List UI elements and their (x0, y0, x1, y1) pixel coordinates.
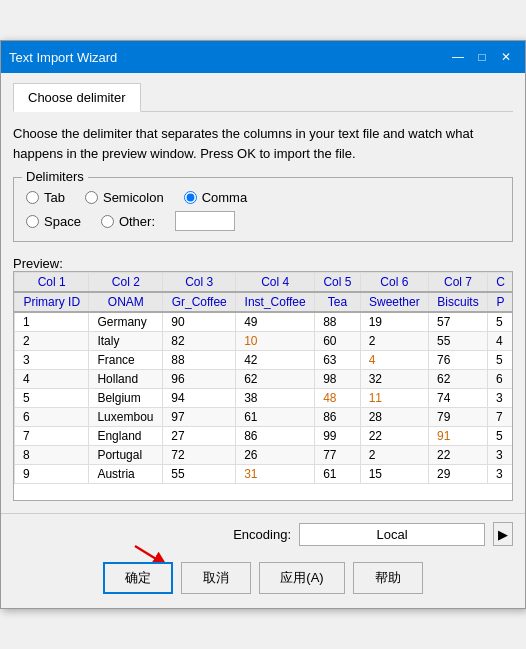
other-input-field[interactable] (175, 211, 235, 231)
table-cell: 3 (487, 389, 513, 408)
table-cell: 55 (163, 465, 236, 484)
table-cell: Germany (89, 312, 163, 332)
table-cell: 72 (163, 446, 236, 465)
table-cell: 22 (360, 427, 428, 446)
tab-choose-delimiter[interactable]: Choose delimiter (13, 83, 141, 112)
encoding-arrow-button[interactable]: ▶ (493, 522, 513, 546)
sub-header-row: Primary ID ONAM Gr_Coffee Inst_Coffee Te… (15, 292, 514, 312)
table-cell: 74 (429, 389, 488, 408)
table-cell: 10 (236, 332, 315, 351)
close-button[interactable]: ✕ (495, 47, 517, 67)
table-cell: 28 (360, 408, 428, 427)
table-row: 2Italy8210602554 (15, 332, 514, 351)
table-cell: 7 (15, 427, 89, 446)
tab-option[interactable]: Tab (26, 190, 65, 205)
tab-bar: Choose delimiter (13, 83, 513, 112)
table-cell: 60 (315, 332, 360, 351)
table-cell: 4 (15, 370, 89, 389)
button-row: 确定 取消 应用(A) 帮助 (1, 554, 525, 608)
sub-col-2: ONAM (89, 292, 163, 312)
table-cell: 9 (15, 465, 89, 484)
sub-col-3: Gr_Coffee (163, 292, 236, 312)
table-cell: 1 (15, 312, 89, 332)
table-cell: 55 (429, 332, 488, 351)
confirm-button-wrapper: 确定 (103, 562, 173, 594)
delimiters-group-title: Delimiters (22, 169, 88, 184)
table-cell: 15 (360, 465, 428, 484)
table-cell: 31 (236, 465, 315, 484)
confirm-button[interactable]: 确定 (103, 562, 173, 594)
sub-col-6: Sweether (360, 292, 428, 312)
table-cell: 3 (487, 465, 513, 484)
table-row: 3France8842634765 (15, 351, 514, 370)
encoding-label: Encoding: (233, 527, 291, 542)
table-cell: 5 (487, 427, 513, 446)
comma-option[interactable]: Comma (184, 190, 248, 205)
table-cell: 86 (236, 427, 315, 446)
sub-col-8: P (487, 292, 513, 312)
col-header-3: Col 3 (163, 273, 236, 293)
table-cell: 4 (360, 351, 428, 370)
space-option[interactable]: Space (26, 214, 81, 229)
preview-container[interactable]: Col 1 Col 2 Col 3 Col 4 Col 5 Col 6 Col … (13, 271, 513, 501)
table-cell: 62 (429, 370, 488, 389)
other-option[interactable]: Other: (101, 214, 155, 229)
tab-radio[interactable] (26, 191, 39, 204)
table-cell: 82 (163, 332, 236, 351)
minimize-button[interactable]: — (447, 47, 469, 67)
table-cell: 57 (429, 312, 488, 332)
column-header-row: Col 1 Col 2 Col 3 Col 4 Col 5 Col 6 Col … (15, 273, 514, 293)
table-cell: 99 (315, 427, 360, 446)
apply-button[interactable]: 应用(A) (259, 562, 344, 594)
table-cell: Italy (89, 332, 163, 351)
svg-line-1 (135, 546, 161, 562)
semicolon-option[interactable]: Semicolon (85, 190, 164, 205)
table-row: 7England27869922915 (15, 427, 514, 446)
table-cell: 5 (487, 351, 513, 370)
table-cell: 5 (15, 389, 89, 408)
table-cell: 62 (236, 370, 315, 389)
table-cell: Holland (89, 370, 163, 389)
encoding-input[interactable] (299, 523, 485, 546)
table-cell: Luxembou (89, 408, 163, 427)
table-cell: 42 (236, 351, 315, 370)
table-cell: 77 (315, 446, 360, 465)
table-cell: 29 (429, 465, 488, 484)
window-title: Text Import Wizard (9, 50, 117, 65)
table-cell: 49 (236, 312, 315, 332)
preview-label: Preview: (13, 256, 513, 271)
description-text: Choose the delimiter that separates the … (13, 124, 513, 163)
table-cell: 91 (429, 427, 488, 446)
semicolon-radio[interactable] (85, 191, 98, 204)
table-cell: 2 (15, 332, 89, 351)
table-cell: 90 (163, 312, 236, 332)
table-cell: 96 (163, 370, 236, 389)
table-cell: 6 (15, 408, 89, 427)
cancel-button[interactable]: 取消 (181, 562, 251, 594)
table-row: 1Germany90498819575 (15, 312, 514, 332)
table-cell: 97 (163, 408, 236, 427)
table-row: 9Austria55316115293 (15, 465, 514, 484)
table-cell: 11 (360, 389, 428, 408)
dialog-content: Choose delimiter Choose the delimiter th… (1, 73, 525, 513)
help-button[interactable]: 帮助 (353, 562, 423, 594)
table-cell: France (89, 351, 163, 370)
table-cell: 3 (15, 351, 89, 370)
table-cell: Belgium (89, 389, 163, 408)
table-cell: 79 (429, 408, 488, 427)
table-cell: 86 (315, 408, 360, 427)
col-header-2: Col 2 (89, 273, 163, 293)
table-cell: 48 (315, 389, 360, 408)
main-window: Text Import Wizard — □ ✕ Choose delimite… (0, 40, 526, 609)
preview-table: Col 1 Col 2 Col 3 Col 4 Col 5 Col 6 Col … (14, 272, 513, 484)
table-cell: 32 (360, 370, 428, 389)
sub-col-5: Tea (315, 292, 360, 312)
maximize-button[interactable]: □ (471, 47, 493, 67)
col-header-1: Col 1 (15, 273, 89, 293)
table-cell: 38 (236, 389, 315, 408)
other-radio[interactable] (101, 215, 114, 228)
preview-body: 1Germany904988195752Italy82106025543Fran… (15, 312, 514, 484)
table-cell: 76 (429, 351, 488, 370)
space-radio[interactable] (26, 215, 39, 228)
comma-radio[interactable] (184, 191, 197, 204)
